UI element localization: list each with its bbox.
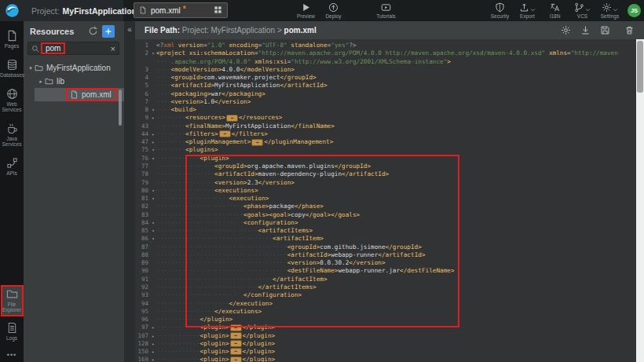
code-line[interactable]: 80▾················<executions> (135, 187, 636, 195)
sidebar-more-icon[interactable]: ••• (7, 351, 16, 359)
fold-closed-icon[interactable]: ▸ (150, 348, 156, 356)
topbar-action-preview[interactable]: Preview (292, 2, 320, 19)
folded-code-widget[interactable]: ↔ (230, 324, 242, 331)
sidebar-item-databases[interactable]: Databases (0, 57, 24, 79)
tree-item-lib[interactable]: ▸lib (24, 75, 124, 88)
code-line[interactable]: 43········<finalName>MyFirstApplication<… (135, 122, 636, 130)
fold-open-icon[interactable]: ▾ (150, 219, 156, 227)
code-line[interactable]: 94····················</execution> (135, 300, 636, 308)
fold-closed-icon[interactable]: ▸ (150, 324, 156, 331)
folded-code-widget[interactable]: ↔ (251, 139, 263, 146)
topbar-action-tutorials[interactable]: Tutorials (372, 2, 400, 19)
code-line[interactable]: 2▾<project xsi:schemaLocation="http://ma… (135, 49, 636, 57)
fold-open-icon[interactable]: ▾ (150, 155, 156, 163)
code-line[interactable]: 96············</plugin> (135, 316, 636, 324)
sidebar-item-logs[interactable]: Logs (0, 320, 24, 342)
folded-code-widget[interactable]: ↔ (219, 130, 231, 137)
fold-open-icon[interactable]: ▾ (150, 49, 156, 57)
topbar-action-i18n[interactable]: I18N (541, 2, 569, 19)
code-line[interactable]: 78················<artifactId>maven-depe… (135, 170, 636, 178)
code-line[interactable]: 95················</executions> (135, 308, 636, 316)
fold-closed-icon[interactable]: ▸ (150, 138, 156, 146)
sidebar-item-apis[interactable]: APIs (0, 155, 24, 177)
code-line[interactable]: 86▾································<arti… (135, 235, 636, 243)
user-avatar[interactable]: JS (628, 4, 641, 17)
code-line[interactable]: 107▸············<plugin>↔</plugin> (135, 332, 636, 340)
code-line[interactable]: 7····<version>1.0</version> (135, 98, 636, 106)
add-resource-button[interactable] (102, 25, 115, 38)
code-line[interactable]: 75▾········<plugins> (135, 146, 636, 154)
code-line[interactable]: 150▸············<plugin>↔</plugin> (135, 348, 636, 356)
code-line[interactable]: 84▾························<configuratio… (135, 219, 636, 227)
tree-expand-open-icon[interactable]: ▾ (27, 65, 35, 71)
collapse-panel-icon[interactable]: « (124, 25, 135, 34)
editor-scrollbar[interactable] (636, 39, 644, 362)
fold-closed-icon[interactable]: ▸ (150, 340, 156, 348)
folded-code-widget[interactable]: ↔ (230, 340, 242, 347)
fold-open-icon[interactable]: ▾ (150, 146, 156, 154)
search-input[interactable]: pom × (27, 42, 119, 55)
code-line[interactable]: 81▾····················<execution> (135, 195, 636, 203)
sidebar-item-web-services[interactable]: Web Services (0, 86, 24, 114)
topbar-action-settings[interactable]: Settings (596, 2, 624, 19)
fold-open-icon[interactable]: ▾ (150, 195, 156, 203)
code-line[interactable]: 83························<goals><goal>c… (135, 211, 636, 219)
tab-pom-xml[interactable]: pom.xml * (134, 2, 228, 18)
topbar-action-security[interactable]: Security (486, 2, 514, 19)
code-line[interactable]: ····.apache.org/POM/4.0.0" xmlns:xsi="ht… (135, 58, 636, 66)
code-line[interactable]: 6····<packaging>war</packaging> (135, 90, 636, 98)
code-line[interactable]: 1<?xml version="1.0" encoding="UTF-8" st… (135, 42, 636, 49)
code-line[interactable]: 89····································<v… (135, 259, 636, 267)
code-line[interactable]: 85▾····························<artifact… (135, 227, 636, 235)
topbar-action-export[interactable]: Export (514, 2, 541, 19)
refresh-icon[interactable] (88, 26, 98, 36)
code-line[interactable]: 79················<version>2.3</version> (135, 179, 636, 187)
folded-code-widget[interactable]: ↔ (230, 357, 242, 362)
save-icon[interactable] (600, 25, 610, 35)
code-line[interactable]: 47▸········<pluginManagement>↔</pluginMa… (135, 138, 636, 146)
sidebar-item-java-services[interactable]: Java Services (0, 121, 24, 148)
code-line[interactable]: 44▸········<filters>↔</filters> (135, 130, 636, 138)
folded-code-widget[interactable]: ↔ (230, 348, 242, 355)
code-line[interactable]: 8▾····<build> (135, 106, 636, 114)
tab-grid-button[interactable] (214, 3, 222, 17)
folded-code-widget[interactable]: ↔ (230, 332, 242, 339)
code-line[interactable]: 128▸············<plugin>↔</plugin> (135, 340, 636, 348)
close-icon[interactable]: × (111, 45, 115, 53)
gear-icon[interactable] (561, 25, 571, 35)
editor-scrollbar-thumb[interactable] (637, 41, 643, 93)
fold-open-icon[interactable]: ▾ (150, 227, 156, 235)
code-line[interactable]: 90····································<d… (135, 267, 636, 275)
code-line[interactable]: 76▾············<plugin> (135, 155, 636, 163)
code-line[interactable]: 97▸············<plugin>↔</plugin> (135, 324, 636, 331)
sidebar-item-file-explorer[interactable]: File Explorer (1, 285, 24, 316)
trash-icon[interactable] (624, 25, 635, 35)
fold-closed-icon[interactable]: ▸ (150, 114, 156, 122)
code-line[interactable]: 87····································<g… (135, 243, 636, 251)
download-icon[interactable] (580, 25, 591, 35)
topbar-action-deploy[interactable]: Deploy (320, 2, 347, 19)
fold-closed-icon[interactable]: ▸ (150, 356, 156, 362)
code-line[interactable]: 3····<modelVersion>4.0.0</modelVersion> (135, 66, 636, 74)
tree-item-myfirstapplication[interactable]: ▾MyFirstApplication (24, 61, 124, 75)
code-line[interactable]: 92····························</artifact… (135, 283, 636, 291)
code-line[interactable]: 4····<groupId>com.wavemaker.project</gro… (135, 74, 636, 82)
code-line[interactable]: 93························</configuratio… (135, 291, 636, 299)
code-line[interactable]: 82························<phase>package… (135, 203, 636, 210)
fold-open-icon[interactable]: ▾ (150, 235, 156, 243)
app-logo[interactable] (0, 0, 24, 21)
topbar-action-vcs[interactable]: VCS (569, 2, 596, 19)
fold-open-icon[interactable]: ▾ (150, 106, 156, 114)
tree-expand-closed-icon[interactable]: ▸ (37, 79, 45, 85)
fold-open-icon[interactable]: ▾ (150, 187, 156, 195)
code-line[interactable]: 9▸········<resources>↔</resources> (135, 114, 636, 122)
code-editor[interactable]: 1<?xml version="1.0" encoding="UTF-8" st… (135, 39, 644, 362)
tree-item-pom-xml[interactable]: pom.xml (35, 88, 124, 101)
resources-scrollbar[interactable] (119, 90, 122, 126)
fold-closed-icon[interactable]: ▸ (150, 130, 156, 138)
fold-closed-icon[interactable]: ▸ (150, 332, 156, 340)
code-line[interactable]: 91································</arti… (135, 276, 636, 283)
code-line[interactable]: 5····<artifactId>MyFirstApplication</art… (135, 82, 636, 90)
project-breadcrumb[interactable]: Project: MyFirstApplication (24, 0, 123, 21)
code-line[interactable]: 88····································<a… (135, 251, 636, 259)
